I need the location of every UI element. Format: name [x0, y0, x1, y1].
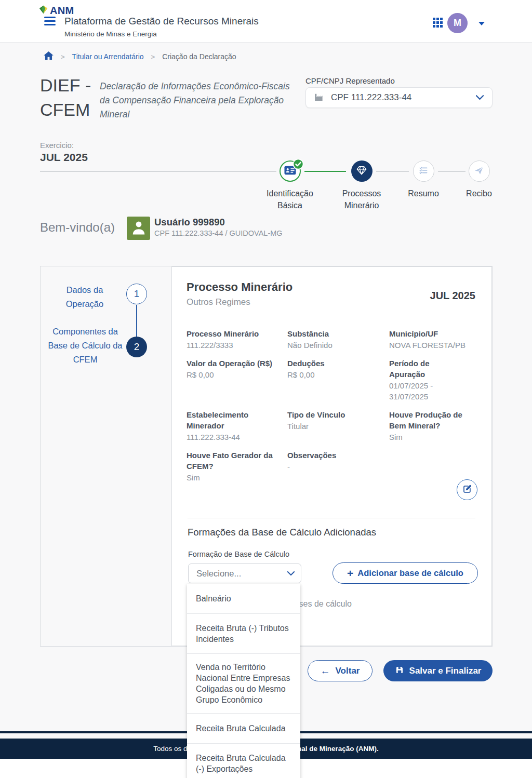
page-title: DIEF - CFEM [40, 73, 108, 122]
chevron-down-icon [287, 569, 295, 578]
voltar-label: Voltar [336, 666, 360, 676]
field-label: Houve Fato Gerador da CFEM? [187, 450, 277, 472]
anm-gem-icon [39, 5, 48, 16]
app-title: Plataforma de Gestão de Recursos Minerai… [64, 16, 259, 27]
save-floppy-icon [395, 665, 404, 677]
wizard-step-label-componentes-base[interactable]: Componentes da Base de Cálculo da CFEM [45, 325, 126, 367]
field-label: Observações [287, 450, 379, 461]
check-badge-icon [292, 158, 304, 172]
step-label: Identificação Básica [258, 187, 322, 211]
cpf-representado-value: CPF 111.222.333-44 [331, 92, 476, 103]
field-value: R$ 0,00 [287, 369, 379, 380]
field-value: 111.222.333-44 [187, 432, 277, 442]
step-circle-processos[interactable] [351, 160, 373, 182]
section-divider [188, 518, 475, 518]
app-subtitle: Ministério de Minas e Energia [64, 30, 259, 38]
welcome-avatar [127, 217, 150, 240]
diamond-icon [356, 165, 367, 178]
wizard-step-number-1[interactable]: 1 [126, 284, 147, 304]
user-avatar[interactable]: M [447, 13, 468, 33]
field-label: Substância [287, 328, 379, 339]
field-deducoes: Deduções R$ 0,00 [287, 358, 389, 402]
voltar-button[interactable]: ← Voltar [308, 660, 373, 681]
card-fields: Processo Minerário 111.222/3333 Substânc… [187, 328, 475, 490]
field-value: Não Definido [287, 340, 379, 351]
stepper-track [40, 171, 276, 172]
back-arrow-icon: ← [321, 665, 330, 677]
add-base-calculo-button[interactable]: + Adicionar base de cálculo [332, 562, 478, 584]
salvar-finalizar-button[interactable]: Salvar e Finalizar [383, 660, 493, 681]
welcome-user-name: Usuário 999890 [154, 217, 225, 228]
hamburger-menu-icon[interactable] [44, 17, 56, 25]
field-estabelecimento-minerador: Estabelecimento Minerador 111.222.333-44 [187, 409, 287, 442]
exercise-value: JUL 2025 [40, 151, 88, 164]
card-period: JUL 2025 [430, 290, 475, 302]
wizard-connector [136, 305, 137, 337]
person-icon [129, 218, 148, 239]
step-item-identificacao-basica: Identificação Básica [251, 160, 329, 211]
cpf-representado-select[interactable]: CPF 111.222.333-44 [305, 87, 493, 108]
dropdown-option-receita-bruta-exportacoes[interactable]: Receita Bruta Calculada (-) Exportações [187, 743, 300, 778]
field-houve-producao: Houve Produção de Bem Mineral? Sim [389, 409, 477, 442]
step-circle-identificacao[interactable] [280, 160, 301, 182]
step-item-recibo: Recibo [440, 160, 518, 199]
step-circle-recibo[interactable] [469, 160, 490, 182]
home-icon[interactable] [44, 51, 54, 62]
dropdown-option-receita-bruta-calculada[interactable]: Receita Bruta Calculada [187, 713, 300, 743]
screen: ANM Plataforma de Gestão de Recursos Min… [0, 0, 532, 778]
dropdown-option-venda-territorio-nacional[interactable]: Venda no Território Nacional Entre Empre… [187, 653, 300, 713]
card-title: Processo Minerário [187, 280, 292, 294]
dropdown-option-receita-bruta-tributos[interactable]: Receita Bruta (-) Tributos Incidentes [187, 613, 300, 653]
field-value: 111.222/3333 [187, 340, 277, 351]
top-header: ANM Plataforma de Gestão de Recursos Min… [0, 0, 532, 43]
field-value: - [287, 461, 379, 472]
breadcrumb-separator-icon: > [151, 53, 155, 61]
field-label: Tipo de Vínculo [287, 409, 379, 420]
wizard-step-label-dados-operacao[interactable]: Dados da Operação [51, 283, 118, 311]
page-description: Declaração de Informações Econômico-Fisc… [100, 79, 300, 122]
plus-icon: + [347, 568, 353, 579]
edit-button[interactable] [457, 479, 477, 500]
anm-logo: ANM [39, 5, 74, 17]
send-plane-icon [474, 165, 484, 178]
welcome-user-info: CPF 111.222.333-44 / GUIDOVAL-MG [154, 229, 283, 237]
field-label: Valor da Operação (R$) [187, 358, 277, 369]
field-value: Sim [187, 472, 277, 483]
field-value: 01/07/2025 - 31/07/2025 [389, 380, 467, 402]
field-value: NOVA FLORESTA/PB [389, 340, 467, 351]
field-value: Sim [389, 432, 467, 442]
factory-icon [314, 92, 324, 103]
add-base-calculo-label: Adicionar base de cálculo [357, 568, 463, 578]
field-label: Processo Minerário [187, 328, 277, 339]
field-label: Deduções [287, 358, 379, 369]
brand-text: ANM [50, 5, 74, 17]
formation-select-label: Formação de Base de Cálculo [188, 550, 289, 558]
edit-pencil-icon [462, 484, 472, 496]
avatar-caret-icon[interactable] [478, 22, 485, 25]
field-value: R$ 0,00 [187, 369, 277, 380]
checklist-icon [418, 165, 429, 178]
field-observacoes: Observações - [287, 450, 389, 483]
cpf-representado-label: CPF/CNPJ Representado [305, 76, 395, 85]
field-municipio-uf: Município/UF NOVA FLORESTA/PB [389, 328, 477, 351]
breadcrumb-separator-icon: > [61, 53, 65, 61]
dropdown-option-balneario[interactable]: Balneário [187, 584, 300, 613]
field-processo-minerario: Processo Minerário 111.222/3333 [187, 328, 287, 351]
field-value: Titular [287, 421, 379, 432]
wizard-step-number-2[interactable]: 2 [126, 337, 147, 357]
field-periodo-apuracao: Período de Apuração 01/07/2025 - 31/07/2… [389, 358, 477, 402]
step-label: Recibo [447, 187, 511, 199]
exercise-label: Exercicio: [40, 141, 74, 150]
step-circle-resumo[interactable] [413, 160, 434, 182]
breadcrumb-current: Criação da Declaração [162, 52, 236, 61]
formation-select[interactable]: Selecione... [188, 564, 301, 583]
chevron-down-icon [476, 93, 484, 102]
field-label: Estabelecimento Minerador [187, 409, 277, 431]
apps-grid-icon[interactable] [433, 18, 443, 30]
formations-heading: Formações da Base de Cálculo Adicionadas [188, 527, 376, 538]
breadcrumb-link-titular[interactable]: Titular ou Arrendatário [72, 52, 144, 61]
field-valor-operacao: Valor da Operação (R$) R$ 0,00 [187, 358, 287, 402]
field-label: Houve Produção de Bem Mineral? [389, 409, 467, 431]
formation-select-value: Selecione... [196, 569, 287, 579]
field-tipo-vinculo: Tipo de Vínculo Titular [287, 409, 389, 442]
